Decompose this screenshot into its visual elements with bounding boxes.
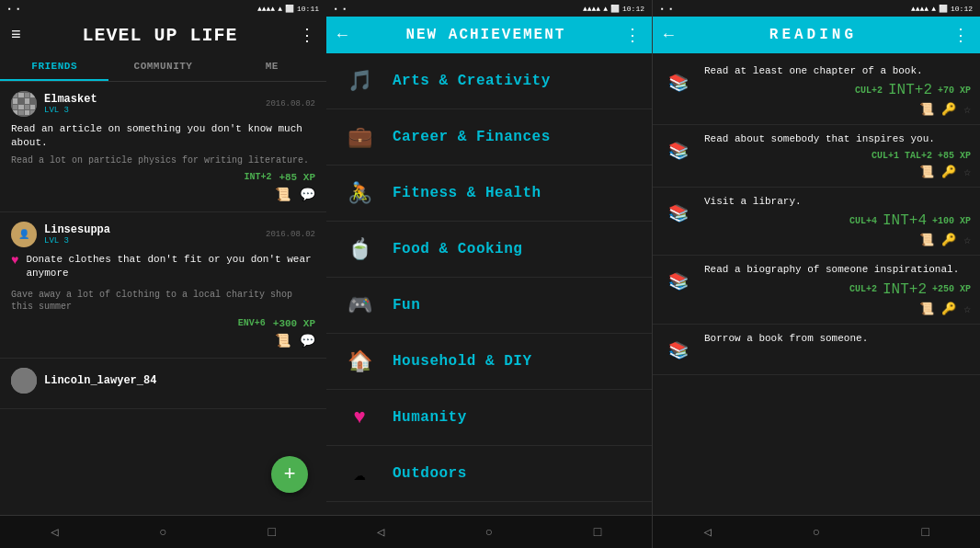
back-icon-p3[interactable]: ←	[664, 26, 674, 44]
feed-subtitle: Gave away a lot of clothing to a local c…	[11, 289, 315, 313]
tab-me[interactable]: ME	[218, 53, 326, 81]
outdoors-icon: ☁	[341, 455, 378, 492]
tab-community[interactable]: COMMUNITY	[108, 53, 217, 81]
stat-int: INT+2	[888, 82, 932, 98]
chat-action-icon[interactable]: 💬	[300, 333, 315, 348]
reading-text: Read about somebody that inspires you.	[704, 132, 971, 146]
heart-icon: ♥	[11, 253, 18, 268]
fab-add-button[interactable]: +	[271, 456, 308, 493]
scroll-icon[interactable]: 📜	[919, 302, 934, 316]
food-icon: 🍵	[341, 231, 378, 268]
reading-text: Visit a library.	[704, 195, 971, 209]
star-icon[interactable]: ☆	[963, 102, 971, 117]
signal-icon: ▲▲▲▲	[257, 5, 275, 13]
nav-bar-p1: ◁ ○ □	[0, 515, 326, 548]
feed-date: 2016.08.02	[266, 99, 315, 108]
xp-value: +100 XP	[932, 216, 971, 226]
nav-bar-p2: ◁ ○ □	[326, 515, 652, 548]
category-fun[interactable]: 🎮 Fun	[326, 278, 652, 334]
stat-cul: CUL+4	[849, 216, 877, 226]
category-list: 🎵 Arts & Creativity 💼 Career & Finances …	[326, 53, 652, 515]
star-icon[interactable]: ☆	[963, 165, 971, 179]
wifi-icon-p3: ▲	[931, 5, 936, 13]
category-outdoors[interactable]: ☁ Outdoors	[326, 446, 652, 502]
scroll-action-icon[interactable]: 📜	[275, 333, 291, 348]
back-icon-p2[interactable]: ←	[337, 26, 348, 44]
book-icon: 📚	[662, 66, 695, 99]
xp-value: +250 XP	[932, 284, 971, 294]
key-icon[interactable]: 🔑	[941, 233, 956, 247]
home-nav-icon-p3[interactable]: ○	[802, 521, 831, 543]
status-bar-p1: ▪ ▪ ▲▲▲▲ ▲ ⬜ 10:11	[0, 0, 326, 17]
category-label: Career & Finances	[393, 129, 551, 145]
category-label: Food & Cooking	[393, 241, 522, 257]
reading-content: Visit a library. CUL+4 INT+4 +100 XP 📜 🔑…	[704, 195, 971, 247]
scroll-action-icon[interactable]: 📜	[275, 187, 291, 202]
recents-nav-icon-p2[interactable]: □	[583, 521, 612, 543]
reading-item: 📚 Read a biography of someone inspiratio…	[653, 256, 980, 324]
career-icon: 💼	[341, 119, 378, 155]
back-nav-icon-p2[interactable]: ◁	[366, 520, 395, 543]
category-label: Fun	[393, 297, 420, 314]
avatar	[11, 368, 37, 394]
menu-icon[interactable]: ≡	[11, 26, 21, 44]
home-nav-icon-p2[interactable]: ○	[474, 521, 504, 543]
category-reading[interactable]: 📖 Reading	[326, 502, 652, 515]
user-level: LVL 3	[44, 236, 266, 245]
screen-title-p2: NEW ACHIEVEMENT	[405, 27, 565, 43]
feed-content: Elmasket LVL 3 2016.08.02 Read an articl…	[0, 82, 326, 515]
scroll-icon[interactable]: 📜	[919, 233, 934, 247]
more-icon-p3[interactable]: ⋮	[952, 25, 969, 45]
recents-nav-icon[interactable]: □	[257, 521, 287, 543]
back-nav-icon[interactable]: ◁	[40, 520, 69, 543]
key-icon[interactable]: 🔑	[941, 102, 956, 117]
scroll-icon[interactable]: 📜	[919, 165, 934, 179]
battery-icon-p3: ⬜	[939, 5, 948, 13]
more-icon-p2[interactable]: ⋮	[624, 25, 641, 45]
battery-icon-p2: ⬜	[610, 5, 620, 13]
more-icon-p1[interactable]: ⋮	[299, 25, 315, 45]
status-app-indicator-p2: ▪ ▪	[334, 5, 347, 13]
recents-nav-icon-p3[interactable]: □	[910, 521, 940, 543]
feed-title: Read an article on something you don't k…	[11, 122, 315, 151]
reading-text: Read a biography of someone inspirationa…	[704, 263, 971, 277]
category-arts[interactable]: 🎵 Arts & Creativity	[326, 53, 652, 109]
tabs-bar: FRIENDS COMMUNITY ME	[0, 53, 326, 82]
reading-content: Read about somebody that inspires you. C…	[704, 132, 971, 178]
reading-item: 📚 Read at least one chapter of a book. C…	[653, 57, 980, 125]
stat-env: ENV+6	[238, 318, 266, 328]
category-label: Arts & Creativity	[393, 73, 551, 89]
status-bar-p3: ▪ ▪ ▲▲▲▲ ▲ ⬜ 10:12	[653, 0, 980, 17]
category-food[interactable]: 🍵 Food & Cooking	[326, 222, 652, 278]
username: Linsesuppa	[44, 223, 266, 236]
username: Elmasket	[44, 93, 266, 106]
scroll-icon[interactable]: 📜	[919, 102, 934, 117]
nav-bar-p3: ◁ ○ □	[653, 515, 980, 548]
key-icon[interactable]: 🔑	[941, 165, 956, 179]
wifi-icon-p2: ▲	[603, 5, 608, 13]
back-nav-icon-p3[interactable]: ◁	[692, 520, 722, 543]
stat-int: INT+4	[883, 212, 927, 229]
avatar	[11, 91, 37, 117]
category-fitness[interactable]: 🚴 Fitness & Health	[326, 166, 652, 222]
chat-action-icon[interactable]: 💬	[300, 187, 315, 202]
household-icon: 🏠	[341, 343, 378, 380]
category-label: Fitness & Health	[393, 185, 541, 201]
book-icon: 📚	[662, 334, 695, 367]
stat-cul: CUL+2	[855, 86, 883, 96]
reading-item: 📚 Read about somebody that inspires you.…	[653, 125, 980, 187]
feed-title: Donate clothes that don't fit or you don…	[26, 253, 315, 281]
category-career[interactable]: 💼 Career & Finances	[326, 109, 652, 166]
star-icon[interactable]: ☆	[963, 302, 971, 316]
key-icon[interactable]: 🔑	[941, 302, 956, 316]
category-humanity[interactable]: ♥ Humanity	[326, 390, 652, 446]
xp-value: +70 XP	[938, 86, 971, 96]
star-icon[interactable]: ☆	[963, 233, 971, 247]
panel-new-achievement: ▪ ▪ ▲▲▲▲ ▲ ⬜ 10:12 ← NEW ACHIEVEMENT ⋮ 🎵…	[326, 0, 653, 548]
reading-list: 📚 Read at least one chapter of a book. C…	[653, 53, 980, 515]
feed-item: Elmasket LVL 3 2016.08.02 Read an articl…	[0, 82, 326, 212]
home-nav-icon[interactable]: ○	[148, 521, 177, 543]
tab-friends[interactable]: FRIENDS	[0, 53, 108, 81]
user-info: Elmasket LVL 3	[44, 93, 266, 115]
category-household[interactable]: 🏠 Household & DIY	[326, 334, 652, 390]
